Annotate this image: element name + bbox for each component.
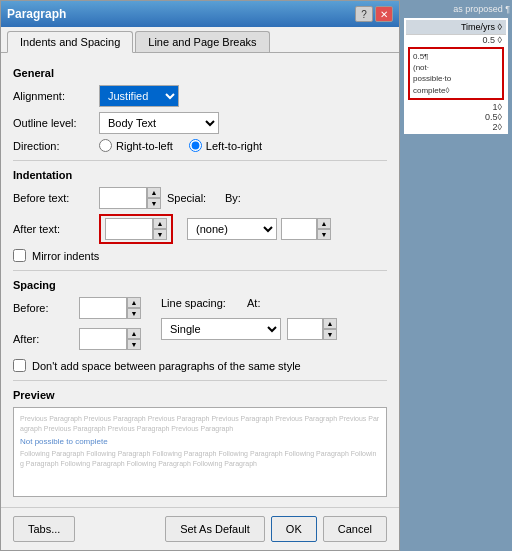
line-spacing-select[interactable]: Single 1.5 lines Double [161,318,281,340]
title-bar-controls: ? ✕ [355,6,393,22]
by-up-btn[interactable]: ▲ [317,218,331,229]
after-text-highlighted: 0 mm ▲ ▼ [99,214,173,244]
spacing-after-down-btn[interactable]: ▼ [127,339,141,350]
direction-label: Direction: [13,140,93,152]
time-header: Time/yrs ◊ [406,20,506,35]
by-label: By: [225,192,241,204]
after-text-up-btn[interactable]: ▲ [153,218,167,229]
spacing-section-label: Spacing [13,279,387,291]
spacing-left-col: Before: 0 pt ▲ ▼ After: 0 pt ▲ [13,297,141,355]
direction-ltr-option[interactable]: Left-to-right [189,139,262,152]
line-spacing-at-down-btn[interactable]: ▼ [323,329,337,340]
row-value-5: 2◊ [406,122,506,132]
direction-radio-group: Right-to-left Left-to-right [99,139,387,152]
set-as-default-button[interactable]: Set As Default [165,516,265,542]
before-text-label: Before text: [13,192,93,204]
after-text-label: After text: [13,223,93,235]
mirror-indents-row: Mirror indents [13,249,387,262]
spacing-after-input[interactable]: 0 pt [79,328,127,350]
special-select[interactable]: (none) First line Hanging [187,218,277,240]
ok-button[interactable]: OK [271,516,317,542]
no-add-space-label: Don't add space between paragraphs of th… [32,360,301,372]
direction-rtl-option[interactable]: Right-to-left [99,139,173,152]
line-spacing-at-input[interactable] [287,318,323,340]
dialog-title: Paragraph [7,7,66,21]
mirror-indents-label: Mirror indents [32,250,99,262]
help-button[interactable]: ? [355,6,373,22]
tab-indents-spacing[interactable]: Indents and Spacing [7,31,133,53]
direction-ltr-radio[interactable] [189,139,202,152]
indentation-divider [13,160,387,161]
by-spinner: ▲ ▼ [281,218,331,240]
alignment-select[interactable]: Justified Left Right Center [99,85,179,107]
paragraph-dialog: Paragraph ? ✕ Indents and Spacing Line a… [0,0,400,551]
row-value-1: 0.5 ◊ [406,35,506,45]
after-text-spinner-buttons: ▲ ▼ [153,218,167,240]
general-section-label: General [13,67,387,79]
special-row: Special: By: [167,192,387,204]
by-spinner-buttons: ▲ ▼ [317,218,331,240]
indentation-section-label: Indentation [13,169,387,181]
tab-bar: Indents and Spacing Line and Page Breaks [1,27,399,53]
row-value-4: 0.5◊ [406,112,506,122]
special-label: Special: [167,192,217,204]
spacing-after-btns: ▲ ▼ [127,328,141,350]
after-text-input[interactable]: 0 mm [105,218,153,240]
spacing-rows: Before: 0 pt ▲ ▼ After: 0 pt ▲ [13,297,387,355]
preview-prev-text: Previous Paragraph Previous Paragraph Pr… [20,414,380,434]
spacing-before-label: Before: [13,302,73,314]
by-input[interactable] [281,218,317,240]
spacing-before-down-btn[interactable]: ▼ [127,308,141,319]
after-text-down-btn[interactable]: ▼ [153,229,167,240]
no-add-space-row: Don't add space between paragraphs of th… [13,359,387,372]
no-add-space-checkbox[interactable] [13,359,26,372]
preview-following-text: Following Paragraph Following Paragraph … [20,449,380,469]
spacing-before-row: Before: 0 pt ▲ ▼ [13,297,141,319]
before-text-down-btn[interactable]: ▼ [147,198,161,209]
spacing-after-label: After: [13,333,73,345]
spacing-before-btns: ▲ ▼ [127,297,141,319]
spacing-before-up-btn[interactable]: ▲ [127,297,141,308]
outline-level-row: Outline level: Body Text Level 1 Level 2 [13,112,387,134]
line-spacing-at-spinner: ▲ ▼ [287,318,337,340]
dialog-content: General Alignment: Justified Left Right … [1,53,399,507]
by-down-btn[interactable]: ▼ [317,229,331,240]
preview-sample-text: Not possible to complete [20,436,380,447]
spacing-before-spinner: 0 pt ▲ ▼ [79,297,141,319]
direction-rtl-radio[interactable] [99,139,112,152]
tabs-button[interactable]: Tabs... [13,516,75,542]
spacing-divider [13,270,387,271]
after-text-row: After text: 0 mm ▲ ▼ (none) First line H… [13,214,387,244]
title-bar: Paragraph ? ✕ [1,1,399,27]
before-text-spinner-buttons: ▲ ▼ [147,187,161,209]
line-spacing-label: Line spacing: [161,297,241,309]
spacing-after-spinner: 0 pt ▲ ▼ [79,328,141,350]
alignment-label: Alignment: [13,90,93,102]
spacing-after-row: After: 0 pt ▲ ▼ [13,328,141,350]
footer-right: Set As Default OK Cancel [165,516,387,542]
before-text-row: Before text: 0 mm ▲ ▼ Special: By: [13,187,387,209]
footer-left: Tabs... [13,516,75,542]
document-background: as proposed ¶ Time/yrs ◊ 0.5 ◊ 0.5¶ (not… [400,0,512,551]
dialog-footer: Tabs... Set As Default OK Cancel [1,507,399,550]
mirror-indents-checkbox[interactable] [13,249,26,262]
spacing-after-up-btn[interactable]: ▲ [127,328,141,339]
before-text-input[interactable]: 0 mm [99,187,147,209]
at-label: At: [247,297,260,309]
right-panel-header-text: as proposed ¶ [400,0,512,18]
alignment-row: Alignment: Justified Left Right Center [13,85,387,107]
close-button[interactable]: ✕ [375,6,393,22]
row-value-3: 1◊ [406,102,506,112]
line-spacing-row: Line spacing: At: [161,297,337,309]
spacing-right-col: Line spacing: At: Single 1.5 lines Doubl… [161,297,337,355]
cancel-button[interactable]: Cancel [323,516,387,542]
tab-line-page-breaks[interactable]: Line and Page Breaks [135,31,269,52]
before-text-up-btn[interactable]: ▲ [147,187,161,198]
line-spacing-at-up-btn[interactable]: ▲ [323,318,337,329]
direction-row: Direction: Right-to-left Left-to-right [13,139,387,152]
row-value-2-highlighted: 0.5¶ (not· possible·to complete◊ [408,47,504,100]
preview-section-label: Preview [13,389,387,401]
outline-level-select[interactable]: Body Text Level 1 Level 2 [99,112,219,134]
line-spacing-input-row: Single 1.5 lines Double ▲ ▼ [161,318,337,340]
spacing-before-input[interactable]: 0 pt [79,297,127,319]
